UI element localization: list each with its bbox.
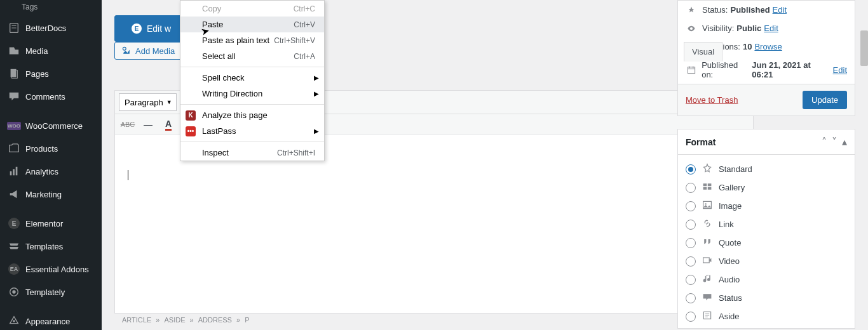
block-format-value: Paragraph bbox=[125, 98, 163, 107]
context-menu-item-paste-plain[interactable]: Paste as plain textCtrl+Shift+V bbox=[180, 32, 324, 48]
chevron-up-icon[interactable]: ˄ bbox=[822, 136, 827, 148]
marketing-icon bbox=[8, 188, 20, 201]
calendar-icon bbox=[686, 65, 696, 74]
update-button[interactable]: Update bbox=[803, 91, 847, 109]
format-radio[interactable] bbox=[686, 238, 696, 248]
format-radio[interactable] bbox=[686, 201, 696, 211]
sidebar-item-label: Appearance bbox=[25, 317, 70, 326]
context-menu-label: Paste as plain text bbox=[202, 36, 274, 45]
sidebar-item-label: Products bbox=[25, 144, 58, 154]
format-label: Aside bbox=[719, 312, 740, 321]
context-menu-shortcut: Ctrl+A bbox=[294, 52, 315, 61]
standard-format-icon bbox=[702, 163, 714, 175]
format-radio[interactable] bbox=[686, 312, 696, 322]
format-item-gallery[interactable]: Gallery bbox=[686, 178, 847, 197]
sidebar-item-label: Marketing bbox=[25, 190, 62, 199]
format-label: Quote bbox=[719, 238, 741, 248]
analytics-icon bbox=[8, 165, 20, 178]
context-menu-item-spell[interactable]: Spell check▶ bbox=[180, 70, 324, 86]
format-radio[interactable] bbox=[686, 256, 696, 267]
context-menu-separator bbox=[180, 104, 324, 105]
image-format-icon bbox=[702, 200, 714, 212]
triangle-up-icon[interactable]: ▴ bbox=[842, 136, 847, 148]
visibility-edit-link[interactable]: Edit bbox=[764, 23, 778, 33]
templately-icon bbox=[8, 286, 20, 298]
sidebar-item-products[interactable]: Products bbox=[0, 137, 102, 160]
sidebar-item-appearance[interactable]: Appearance bbox=[0, 310, 102, 330]
chevron-down-icon[interactable]: ˅ bbox=[832, 136, 837, 148]
add-media-button[interactable]: Add Media bbox=[114, 42, 182, 60]
format-item-status[interactable]: Status bbox=[686, 289, 847, 307]
sidebar-item-comments[interactable]: Comments bbox=[0, 85, 102, 108]
svg-rect-7 bbox=[16, 167, 18, 176]
context-menu-shortcut: Ctrl+V bbox=[294, 20, 315, 29]
format-item-aside[interactable]: Aside bbox=[686, 307, 847, 326]
pin-icon bbox=[686, 6, 697, 15]
format-item-audio[interactable]: Audio bbox=[686, 270, 847, 289]
context-menu-item-select-all[interactable]: Select allCtrl+A bbox=[180, 48, 324, 64]
media-icon bbox=[8, 44, 20, 57]
context-menu-item-inspect[interactable]: InspectCtrl+Shift+I bbox=[180, 145, 324, 161]
format-radio[interactable] bbox=[686, 220, 696, 230]
move-to-trash-link[interactable]: Move to Trash bbox=[686, 95, 738, 105]
sidebar-item-elementor[interactable]: E Elementor bbox=[0, 212, 102, 235]
context-menu-item-paste[interactable]: PasteCtrl+V bbox=[180, 16, 324, 32]
sidebar-subitem-tags[interactable]: Tags bbox=[0, 0, 102, 16]
sidebar-item-essential-addons[interactable]: EA Essential Addons bbox=[0, 258, 102, 280]
sidebar-item-woocommerce[interactable]: WOO WooCommerce bbox=[0, 114, 102, 137]
addons-icon: EA bbox=[8, 263, 20, 275]
elementor-logo-icon: E bbox=[132, 23, 142, 34]
format-item-link[interactable]: Link bbox=[686, 215, 847, 234]
sidebar-item-label: Comments bbox=[25, 92, 65, 102]
svg-rect-28 bbox=[703, 183, 707, 186]
sidebar-item-pages[interactable]: Pages bbox=[0, 62, 102, 85]
context-menu-label: Writing Direction bbox=[202, 89, 315, 98]
format-radio[interactable] bbox=[686, 183, 696, 193]
svg-rect-6 bbox=[13, 169, 15, 175]
format-item-quote[interactable]: Quote bbox=[686, 234, 847, 252]
editor-content-area[interactable]: G bbox=[115, 135, 753, 313]
quote-format-icon bbox=[702, 237, 714, 249]
text-color-button[interactable]: A bbox=[159, 116, 177, 133]
format-item-image[interactable]: Image bbox=[686, 197, 847, 215]
date-edit-link[interactable]: Edit bbox=[833, 65, 847, 75]
svg-point-10 bbox=[13, 320, 15, 322]
gallery-format-icon bbox=[702, 182, 714, 194]
hr-button[interactable]: — bbox=[139, 116, 157, 133]
scrollbar-thumb[interactable] bbox=[860, 30, 868, 66]
sidebar-item-templately[interactable]: Templately bbox=[0, 280, 102, 303]
publish-status-row: Status:Published Edit bbox=[678, 1, 855, 19]
format-radio[interactable] bbox=[686, 293, 696, 303]
context-menu-label: Copy bbox=[202, 4, 294, 13]
sidebar-item-analytics[interactable]: Analytics bbox=[0, 160, 102, 183]
format-radio[interactable] bbox=[686, 275, 696, 285]
format-item-video[interactable]: Video bbox=[686, 252, 847, 270]
format-radio[interactable] bbox=[686, 164, 696, 175]
comments-icon bbox=[8, 90, 20, 103]
format-box-header[interactable]: Format ˄ ˅ ▴ bbox=[678, 129, 855, 155]
context-menu-item-analyze[interactable]: KAnalyze this page bbox=[180, 107, 324, 123]
status-edit-link[interactable]: Edit bbox=[773, 5, 787, 15]
appearance-icon bbox=[8, 315, 20, 327]
sidebar-item-label: Analytics bbox=[25, 167, 58, 176]
context-menu-item-writing-dir[interactable]: Writing Direction▶ bbox=[180, 86, 324, 102]
format-item-standard[interactable]: Standard bbox=[686, 160, 847, 178]
block-format-select[interactable]: Paragraph ▼ bbox=[119, 93, 177, 111]
context-menu-label: Paste bbox=[202, 20, 294, 29]
context-menu-label: Spell check bbox=[202, 73, 315, 82]
revisions-browse-link[interactable]: Browse bbox=[754, 42, 782, 51]
lastpass-icon: ••• bbox=[186, 126, 196, 136]
sidebar-item-betterdocs[interactable]: BetterDocs bbox=[0, 16, 102, 39]
elementor-icon: E bbox=[8, 217, 20, 230]
svg-rect-23 bbox=[688, 67, 695, 74]
context-menu-label: Select all bbox=[202, 51, 294, 61]
sidebar-item-marketing[interactable]: Marketing bbox=[0, 183, 102, 206]
tab-visual[interactable]: Visual bbox=[684, 42, 722, 62]
submenu-arrow-icon: ▶ bbox=[314, 74, 319, 81]
context-menu-item-lastpass[interactable]: •••LastPass▶ bbox=[180, 123, 324, 139]
format-title: Format bbox=[686, 137, 822, 147]
sidebar-item-media[interactable]: Media bbox=[0, 39, 102, 62]
context-menu-label: LastPass bbox=[202, 126, 315, 136]
strikethrough-button[interactable]: ABC bbox=[119, 116, 137, 133]
sidebar-item-templates[interactable]: Templates bbox=[0, 235, 102, 258]
